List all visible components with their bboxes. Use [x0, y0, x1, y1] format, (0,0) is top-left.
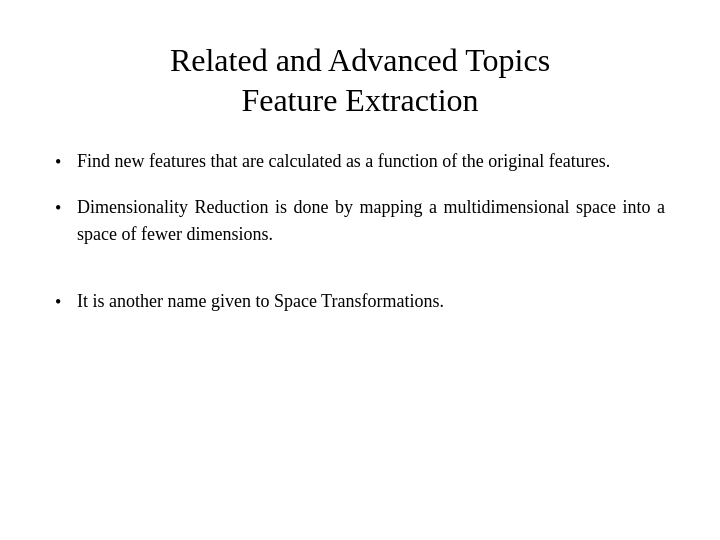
bullet-dot-1: •: [55, 149, 77, 176]
bullet-list: • Find new features that are calculated …: [55, 148, 665, 266]
title-line2: Feature Extraction: [241, 82, 478, 118]
spacer: [55, 266, 665, 288]
bullet-dot-3: •: [55, 289, 77, 316]
bullet-text-1: Find new features that are calculated as…: [77, 148, 665, 175]
list-item: • It is another name given to Space Tran…: [55, 288, 665, 316]
slide-title: Related and Advanced Topics Feature Extr…: [55, 40, 665, 120]
bullet-text-3: It is another name given to Space Transf…: [77, 288, 665, 315]
bullet-dot-2: •: [55, 195, 77, 222]
list-item: • Find new features that are calculated …: [55, 148, 665, 176]
slide: Related and Advanced Topics Feature Extr…: [0, 0, 720, 540]
list-item: • Dimensionality Reduction is done by ma…: [55, 194, 665, 248]
content-block: • Find new features that are calculated …: [55, 148, 665, 500]
title-block: Related and Advanced Topics Feature Extr…: [55, 40, 665, 120]
title-line1: Related and Advanced Topics: [170, 42, 550, 78]
bullet-text-2: Dimensionality Reduction is done by mapp…: [77, 194, 665, 248]
